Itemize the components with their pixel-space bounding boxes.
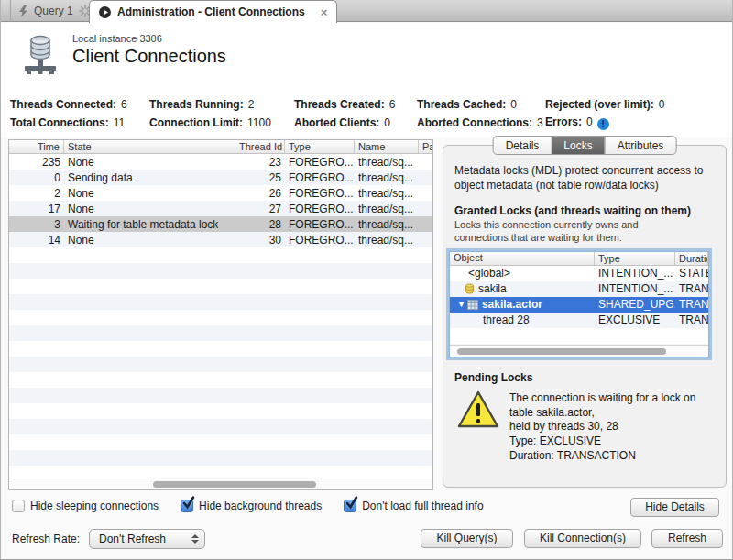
lock-row[interactable]: <global> INTENTION_... STATEMENT: [450, 266, 708, 281]
empty-rows-area: [450, 328, 708, 345]
kill-query-button[interactable]: Kill Query(s): [421, 529, 513, 548]
stat-rejected: Rejected (over limit):0: [545, 98, 727, 111]
column-header-time[interactable]: Time: [9, 140, 64, 153]
locks-table-header: Object Type Duration: [450, 252, 708, 266]
checkbox-dont-load-full-thread-info[interactable]: Don't load full thread info: [344, 500, 483, 512]
tab-label: Administration - Client Connections: [117, 5, 305, 18]
checkbox-icon[interactable]: [12, 500, 25, 512]
stepper-arrows-icon: [191, 534, 199, 544]
checkbox-hide-sleeping-connections[interactable]: Hide sleeping connections: [12, 500, 159, 512]
info-icon[interactable]: !: [597, 118, 609, 130]
page-title: Client Connections: [72, 46, 226, 67]
table-row[interactable]: 235None23FOREGRO...thread/sq...: [9, 154, 432, 170]
column-header-name[interactable]: Name: [355, 140, 419, 153]
stat-connection-limit: Connection Limit:1100: [149, 116, 294, 129]
column-header-type[interactable]: Type: [595, 252, 675, 265]
tab-query-1[interactable]: Query 1: [10, 0, 100, 22]
pending-locks-description: The connection is waiting for a lock on …: [509, 390, 695, 464]
tab-details[interactable]: Details: [494, 137, 552, 154]
table-row[interactable]: 0Sending data25FOREGRO...thread/sq...: [9, 170, 432, 185]
horizontal-scrollbar[interactable]: [450, 345, 708, 357]
checkbox-label: Hide sleeping connections: [30, 500, 159, 512]
stat-aborted-connections: Aborted Connections:3: [417, 116, 545, 129]
lightning-icon: [18, 5, 28, 17]
tab-locks[interactable]: Locks: [552, 137, 605, 154]
checkbox-icon[interactable]: [181, 500, 193, 512]
column-header-type[interactable]: Type: [285, 140, 355, 153]
column-header-duration[interactable]: Duration: [675, 252, 708, 265]
granted-locks-subtitle: Locks this connection currently owns and…: [454, 219, 689, 245]
granted-locks-table: Object Type Duration <global> INTENTION_…: [449, 251, 709, 357]
stat-threads-created: Threads Created:6: [294, 98, 417, 111]
granted-locks-title: Granted Locks (and threads waiting on th…: [454, 204, 715, 217]
stat-aborted-clients: Aborted Clients:0: [294, 116, 417, 129]
tab-attributes[interactable]: Attributes: [606, 137, 676, 154]
checkbox-label: Don't load full thread info: [362, 500, 483, 512]
client-connections-window: Query 1 Administration - Client Connecti…: [0, 0, 733, 560]
close-icon[interactable]: ×: [321, 6, 328, 18]
tab-label: Query 1: [34, 5, 73, 17]
warning-icon: [456, 390, 500, 430]
editor-tab-bar: Query 1 Administration - Client Connecti…: [1, 0, 732, 22]
mdl-description: Metadata locks (MDL) protect concurrent …: [454, 164, 715, 192]
server-stats: Threads Connected:6 Threads Running:2 Th…: [10, 95, 727, 132]
hide-details-button[interactable]: Hide Details: [630, 498, 719, 517]
disclosure-triangle-icon[interactable]: ▼: [457, 300, 465, 309]
pending-locks-title: Pending Locks: [454, 371, 715, 384]
scrollbar-thumb[interactable]: [153, 481, 316, 488]
stat-errors: Errors:0!: [545, 115, 727, 130]
connections-table-header: Time State Thread Id Type Name Pa: [9, 140, 432, 154]
column-header-state[interactable]: State: [64, 140, 235, 153]
filter-options: Hide sleeping connections Hide backgroun…: [12, 500, 484, 512]
empty-rows-area: [9, 247, 432, 478]
instance-subtitle: Local instance 3306: [72, 33, 226, 44]
selected-option: Don't Refresh: [99, 533, 166, 545]
stat-threads-running: Threads Running:2: [149, 98, 294, 111]
connections-table: Time State Thread Id Type Name Pa 235Non…: [8, 139, 433, 490]
tab-administration-client-connections[interactable]: Administration - Client Connections ×: [89, 0, 337, 23]
scrollbar-thumb[interactable]: [457, 348, 666, 355]
table-row[interactable]: 2None26FOREGRO...thread/sq...: [9, 185, 432, 201]
refresh-rate-select[interactable]: Don't Refresh: [89, 529, 205, 549]
stat-threads-connected: Threads Connected:6: [10, 98, 149, 111]
table-row-selected[interactable]: 3Waiting for table metadata lock28FOREGR…: [9, 216, 432, 232]
connection-details-panel: Details Locks Attributes Metadata locks …: [443, 145, 727, 488]
database-network-icon: [21, 33, 60, 78]
checkbox-icon[interactable]: [344, 500, 356, 512]
schema-icon: [465, 283, 475, 294]
lock-row[interactable]: sakila INTENTION_... TRANSACTION: [450, 281, 708, 297]
column-header-thread-id[interactable]: Thread Id: [235, 140, 285, 153]
column-header-object[interactable]: Object: [450, 252, 595, 265]
checkbox-label: Hide background threads: [199, 500, 322, 512]
table-row[interactable]: 14None30FOREGRO...thread/sq...: [9, 232, 432, 247]
kill-connection-button[interactable]: Kill Connection(s): [524, 529, 641, 548]
play-circle-icon: [99, 6, 111, 18]
stat-threads-cached: Threads Cached:0: [417, 98, 545, 111]
lock-row-selected[interactable]: ▼ sakila.actor SHARED_UPG... TRANSACTION: [450, 297, 708, 313]
details-tab-strip: Details Locks Attributes: [493, 136, 677, 155]
table-row[interactable]: 17None27FOREGRO...thread/sq...: [9, 201, 432, 216]
checkbox-hide-background-threads[interactable]: Hide background threads: [181, 500, 322, 512]
column-header-parent[interactable]: Pa: [419, 140, 432, 153]
stat-total-connections: Total Connections:11: [10, 116, 149, 129]
footer-actions: Refresh Rate: Don't Refresh Kill Query(s…: [12, 529, 723, 549]
refresh-rate-label: Refresh Rate:: [12, 533, 80, 545]
refresh-button[interactable]: Refresh: [651, 529, 723, 548]
horizontal-scrollbar[interactable]: [9, 478, 432, 489]
table-icon: [467, 300, 478, 310]
lock-row[interactable]: thread 28 EXCLUSIVE TRANSACTION: [450, 313, 708, 328]
